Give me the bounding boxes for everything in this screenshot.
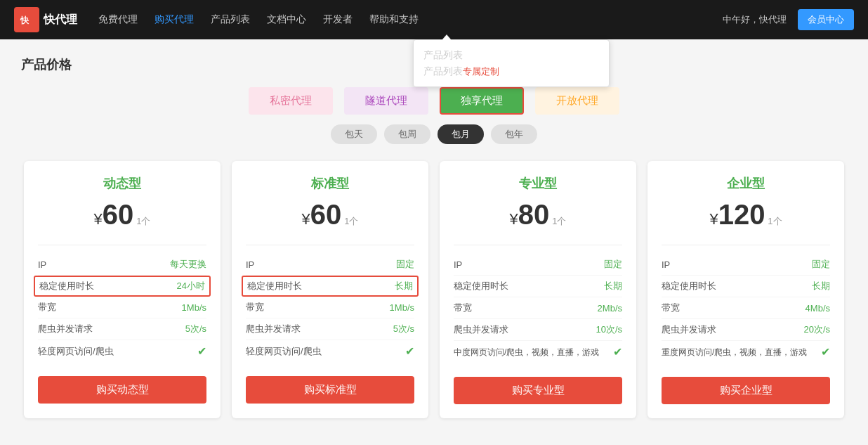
card-standard: 标准型 ¥60 1个 IP 固定 稳定使用时长 长期 带宽 1Mb/s [232,161,428,418]
feature-row: 爬虫并发请求 5次/s [246,318,414,340]
card-dynamic: 动态型 ¥60 1个 IP 每天更换 稳定使用时长 24小时 带宽 1Mb/s [24,161,221,418]
member-center-button[interactable]: 会员中心 [798,9,854,30]
tab-exclusive-proxy[interactable]: 独享代理 [440,87,524,115]
tooltip-popup: 产品列表产品列表专属定制 [413,39,610,87]
buy-professional-button[interactable]: 购买专业型 [454,377,622,404]
feature-row: 稳定使用时长 长期 [454,276,622,297]
product-tabs: 私密代理 隧道代理 独享代理 开放代理 [21,87,847,115]
feature-row: 爬虫并发请求 5次/s [38,318,206,340]
svg-text:快: 快 [20,15,29,25]
nav-buy-proxy[interactable]: 购买代理 [154,13,194,26]
tab-open-proxy[interactable]: 开放代理 [535,87,619,115]
card-professional: 专业型 ¥80 1个 IP 固定 稳定使用时长 长期 带宽 2Mb/s [440,161,636,418]
feature-row: 爬虫并发请求 10次/s [454,319,622,341]
card-enterprise: 企业型 ¥120 1个 IP 固定 稳定使用时长 长期 带宽 4Mb/s [647,161,844,418]
pricing-cards: 动态型 ¥60 1个 IP 每天更换 稳定使用时长 24小时 带宽 1Mb/s [21,161,847,418]
logo[interactable]: 快 快代理 [14,7,77,32]
tab-private-proxy[interactable]: 私密代理 [249,87,333,115]
card-dynamic-title: 动态型 [38,175,206,192]
period-month[interactable]: 包月 [438,124,484,144]
card-standard-price: ¥60 1个 [246,199,414,231]
feature-row: IP 每天更换 [38,254,206,276]
feature-row: 稳定使用时长 长期 [662,276,830,297]
feature-row: 轻度网页访问/爬虫 ✔ [38,340,206,362]
nav-links: 免费代理 购买代理 产品列表产品列表产品列表专属定制 文档中心 开发者 帮助和支… [98,13,723,26]
logo-text: 快代理 [44,13,77,27]
nav-docs[interactable]: 文档中心 [267,13,306,26]
tab-tunnel-proxy[interactable]: 隧道代理 [344,87,428,115]
logo-icon: 快 [14,7,39,32]
card-dynamic-features: IP 每天更换 稳定使用时长 24小时 带宽 1Mb/s 爬虫并发请求 5次/s… [38,245,206,362]
nav-greeting: 中午好，快代理 [723,13,787,26]
feature-row: 重度网页访问/爬虫，视频，直播，游戏 ✔ [662,341,830,363]
period-week[interactable]: 包周 [384,124,430,144]
feature-row-highlight: 稳定使用时长 长期 [242,276,419,297]
period-day[interactable]: 包天 [331,124,377,144]
card-enterprise-price: ¥120 1个 [662,199,830,231]
feature-row: 带宽 1Mb/s [246,297,414,318]
feature-row: 带宽 1Mb/s [38,297,206,318]
period-year[interactable]: 包年 [491,124,537,144]
card-enterprise-title: 企业型 [662,175,830,192]
tooltip-link[interactable]: 专属定制 [463,66,499,77]
card-dynamic-price: ¥60 1个 [38,199,206,231]
nav-help[interactable]: 帮助和支持 [369,13,419,26]
card-professional-price: ¥80 1个 [454,199,622,231]
nav-product-list[interactable]: 产品列表 [423,65,463,77]
nav-free-proxy[interactable]: 免费代理 [98,13,138,26]
nav-product-list[interactable]: 产品列表 [423,49,463,60]
feature-row: IP 固定 [246,254,414,276]
nav-developer[interactable]: 开发者 [323,13,353,26]
tooltip-line2: 产品列表专属定制 [423,63,599,79]
feature-row: IP 固定 [662,254,830,276]
nav-product-list[interactable]: 产品列表 [211,13,250,26]
card-professional-title: 专业型 [454,175,622,192]
navbar: 快 快代理 免费代理 购买代理 产品列表产品列表产品列表专属定制 文档中心 开发… [0,0,868,39]
buy-dynamic-button[interactable]: 购买动态型 [38,376,206,404]
card-standard-title: 标准型 [246,175,414,192]
feature-row: 带宽 2Mb/s [454,297,622,319]
buy-enterprise-button[interactable]: 购买企业型 [662,377,830,404]
feature-row: IP 固定 [454,254,622,276]
card-professional-features: IP 固定 稳定使用时长 长期 带宽 2Mb/s 爬虫并发请求 10次/s 中度… [454,245,622,363]
nav-right: 中午好，快代理 会员中心 [723,9,854,30]
feature-row: 轻度网页访问/爬虫 ✔ [246,340,414,362]
feature-row: 带宽 4Mb/s [662,297,830,319]
main-content: 产品价格 私密代理 隧道代理 独享代理 开放代理 包天 包周 包月 包年 动态型… [0,39,868,435]
feature-row: 爬虫并发请求 20次/s [662,319,830,341]
card-enterprise-features: IP 固定 稳定使用时长 长期 带宽 4Mb/s 爬虫并发请求 20次/s 重度… [662,245,830,363]
buy-standard-button[interactable]: 购买标准型 [246,376,414,404]
feature-row: 中度网页访问/爬虫，视频，直播，游戏 ✔ [454,341,622,363]
period-tabs: 包天 包周 包月 包年 [21,124,847,144]
feature-row-highlight: 稳定使用时长 24小时 [34,276,211,297]
card-standard-features: IP 固定 稳定使用时长 长期 带宽 1Mb/s 爬虫并发请求 5次/s 轻度网… [246,245,414,362]
